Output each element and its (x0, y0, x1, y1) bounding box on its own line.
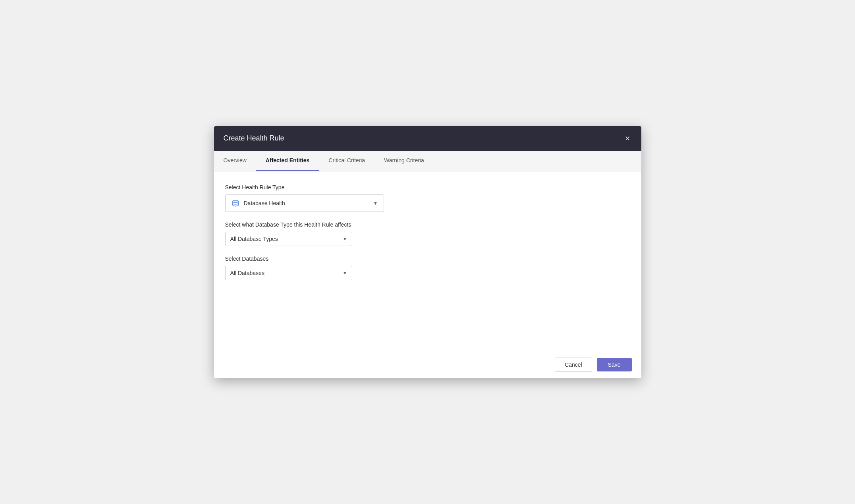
health-rule-type-label: Select Health Rule Type (225, 184, 630, 190)
databases-select-container: All Databases Specific Databases ▼ (225, 266, 352, 280)
databases-select[interactable]: All Databases Specific Databases (225, 266, 352, 280)
databases-label: Select Databases (225, 256, 630, 262)
modal-footer: Cancel Save (214, 351, 641, 378)
database-icon (231, 199, 240, 208)
chevron-down-icon: ▼ (373, 200, 378, 206)
db-type-select[interactable]: All Database Types MySQL Oracle SQL Serv… (225, 232, 352, 246)
db-type-select-container: All Database Types MySQL Oracle SQL Serv… (225, 232, 352, 246)
create-health-rule-modal: Create Health Rule × Overview Affected E… (214, 126, 641, 378)
tab-warning-criteria[interactable]: Warning Criteria (374, 151, 434, 171)
tab-bar: Overview Affected Entities Critical Crit… (214, 151, 641, 171)
svg-point-0 (232, 200, 238, 202)
health-rule-type-value: Database Health (244, 200, 285, 206)
db-type-label: Select what Database Type this Health Ru… (225, 221, 630, 228)
health-rule-type-dropdown[interactable]: Database Health ▼ (225, 194, 384, 212)
modal-title: Create Health Rule (224, 134, 284, 142)
close-button[interactable]: × (623, 133, 632, 144)
modal-header: Create Health Rule × (214, 126, 641, 151)
cancel-button[interactable]: Cancel (555, 358, 592, 372)
tab-overview[interactable]: Overview (214, 151, 256, 171)
save-button[interactable]: Save (597, 358, 632, 371)
tab-critical-criteria[interactable]: Critical Criteria (319, 151, 374, 171)
modal-body: Select Health Rule Type Database Health … (214, 171, 641, 351)
health-rule-type-wrapper: Database Health ▼ (225, 194, 630, 212)
tab-affected-entities[interactable]: Affected Entities (256, 151, 319, 171)
